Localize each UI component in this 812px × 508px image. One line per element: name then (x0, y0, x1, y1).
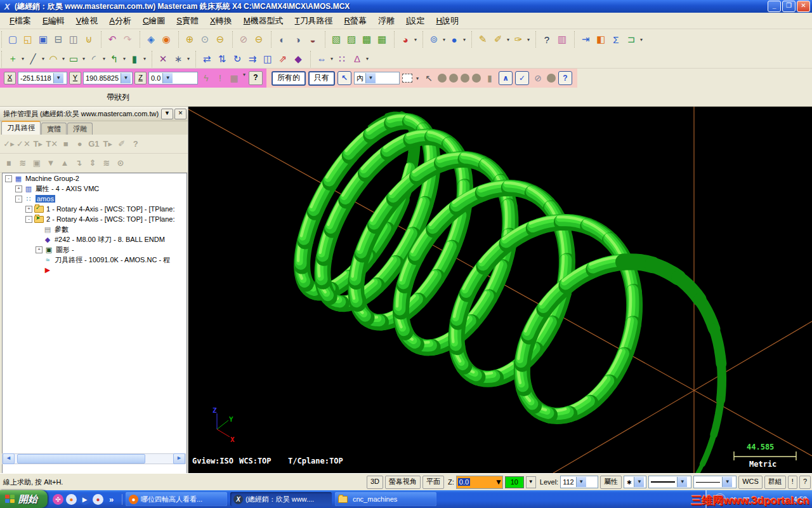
blank-entity-icon[interactable]: ◑ (291, 32, 304, 46)
x-combo-arrow-icon[interactable]: ▼ (53, 73, 63, 83)
delete-entities-icon[interactable]: ⊍ (82, 32, 96, 46)
y-coord-button[interactable]: Y (69, 72, 81, 84)
create-polyline-icon-dropdown[interactable]: ▾ (122, 56, 127, 62)
z-combo-arrow-icon[interactable]: ▼ (162, 73, 173, 83)
menu-item-浮雕[interactable]: 浮雕 (372, 14, 400, 28)
shaded-sphere-icon[interactable]: ● (447, 32, 461, 46)
menu-item-V[interactable]: V檢視 (70, 14, 104, 28)
shading-icon-dropdown[interactable]: ▾ (413, 37, 418, 43)
tree-row[interactable]: -▦Machine Group-2 (3, 173, 187, 184)
scrollbar-thumb[interactable] (17, 454, 145, 464)
line-style-combo[interactable]: ▼ (648, 476, 691, 488)
select-last-icon[interactable]: ∧ (499, 71, 513, 85)
taskbar-task-firefox-task-icon[interactable]: ●哪位四軸高人看看... (126, 492, 227, 506)
menu-item-R[interactable]: R螢幕 (339, 14, 372, 28)
regen-all-icon[interactable]: T▸ (32, 138, 44, 150)
xform-copy-icon[interactable]: ⇅ (215, 52, 229, 66)
z-coord-button[interactable]: Z (134, 72, 147, 84)
wcs-button[interactable]: WCS (738, 476, 763, 489)
geometry-select-icon[interactable]: ⊙ (114, 157, 127, 170)
unzoom-80-icon[interactable]: ⊖ (252, 32, 266, 46)
groups-button[interactable]: 群組 (764, 476, 786, 489)
x-coord-input[interactable]: -251.5118▼ (18, 72, 67, 84)
fit-between-icon[interactable]: ⇔ (315, 52, 329, 66)
lock-posting-icon[interactable]: ▣ (30, 157, 43, 170)
xform-translate-icon[interactable]: ⇄ (200, 52, 214, 66)
line-width-arrow-icon[interactable]: ▼ (722, 477, 732, 487)
edit-feed-icon[interactable]: ✐ (115, 138, 128, 150)
zoom-window-icon[interactable]: ⊕ (183, 32, 197, 46)
cursor-fan-icon-dropdown[interactable]: ▾ (242, 72, 247, 84)
create-rectangle-icon[interactable]: ▭ (67, 52, 81, 66)
expand-plus-icon[interactable]: + (25, 206, 32, 213)
statusbar-button-螢幕視角[interactable]: 螢幕視角 (385, 476, 421, 489)
current-color-swatch[interactable]: 10 (505, 476, 524, 488)
fit-between-icon-dropdown[interactable]: ▾ (329, 56, 334, 62)
point-style-arrow-icon[interactable]: ▼ (634, 477, 644, 487)
redo-icon[interactable]: ↷ (121, 32, 134, 46)
lock-op-icon[interactable]: ∎ (3, 157, 15, 170)
regen-dirty-icon[interactable]: T✕ (46, 138, 58, 150)
tab-刀具路徑[interactable]: 刀具路徑 (1, 121, 41, 135)
post-selected-icon[interactable]: T▸ (102, 138, 114, 150)
repaint-icon[interactable]: ◐ (275, 32, 289, 46)
level-arrow-icon[interactable]: ▼ (576, 477, 586, 487)
y-combo-arrow-icon[interactable]: ▼ (121, 73, 131, 83)
create-cylinder-icon-dropdown[interactable]: ▾ (142, 56, 147, 62)
tray-display-icon[interactable]: ▤ (742, 495, 751, 504)
join-entities-icon[interactable]: ∗ (171, 52, 185, 66)
select-window-icon[interactable] (402, 74, 412, 83)
restore-pencil-icon-dropdown[interactable]: ▾ (526, 37, 531, 43)
select-cursor-button[interactable]: ↖ (337, 71, 351, 85)
xform-mirror-icon[interactable]: ◫ (261, 52, 275, 66)
expand-plus-icon[interactable]: + (15, 185, 22, 192)
statusbar-help-button[interactable]: ? (799, 476, 811, 489)
tree-row[interactable]: -∷amos (3, 194, 187, 204)
analyze-position-icon[interactable]: ? (540, 32, 554, 46)
create-point-icon[interactable]: ＋ (6, 52, 20, 66)
statusbar-button-平面[interactable]: 平面 (422, 476, 444, 489)
expand-plus-icon[interactable]: + (36, 246, 43, 253)
tray-antivirus-icon[interactable]: ● (780, 495, 789, 504)
pan-icon[interactable]: ◈ (144, 32, 158, 46)
post-g1-icon[interactable]: G1 (88, 138, 100, 150)
note-icon-dropdown[interactable]: ▾ (365, 56, 370, 62)
select-in-combo[interactable]: 內▼ (354, 72, 400, 84)
menu-item-M[interactable]: M機器型式 (238, 14, 289, 28)
point-style-combo[interactable]: ∗▼ (624, 476, 646, 488)
verify-icon[interactable]: ● (74, 138, 86, 150)
create-arc-icon-dropdown[interactable]: ▾ (61, 56, 66, 62)
collapse-minus-icon[interactable]: - (15, 196, 22, 203)
xform-project-icon[interactable]: ◆ (291, 52, 305, 66)
zoom-out-icon[interactable]: ⊖ (213, 32, 227, 46)
erase-multi-icon[interactable]: ✐ (491, 32, 505, 46)
trim-break-icon[interactable]: ✕ (156, 52, 170, 66)
menu-item-X[interactable]: X轉換 (204, 14, 238, 28)
shaded-sphere-icon-dropdown[interactable]: ▾ (462, 37, 467, 43)
scroll-ops-icon[interactable]: ⇕ (86, 157, 99, 170)
menu-item-T[interactable]: T刀具路徑 (289, 14, 339, 28)
wireframe-globe-icon-dropdown[interactable]: ▾ (442, 37, 447, 43)
select-arrow-icon[interactable]: ↖ (422, 72, 435, 84)
tab-浮雕[interactable]: 浮雕 (67, 123, 93, 135)
xform-rotate-icon[interactable]: ↻ (230, 52, 244, 66)
scroll-left-arrow-icon[interactable]: ◄ (3, 453, 15, 464)
tree-row[interactable]: +▣圖形 - (3, 244, 187, 255)
zoom-target-icon[interactable]: ⊙ (198, 32, 212, 46)
attributes-button[interactable]: 屬性 (600, 476, 622, 489)
xform-offset-icon[interactable]: ⇉ (246, 52, 259, 66)
analyze-chain-icon[interactable]: ⊐ (624, 32, 638, 46)
menu-item-S[interactable]: S實體 (171, 14, 204, 28)
note-icon[interactable]: Δ (350, 52, 364, 66)
hide-toolpath-icon[interactable]: ≋ (100, 157, 113, 170)
create-polyline-icon[interactable]: ↰ (107, 52, 121, 66)
tree-row[interactable]: ▤參數 (3, 224, 187, 234)
create-fillet-icon-dropdown[interactable]: ▾ (102, 56, 107, 62)
line-width-combo[interactable]: ▼ (693, 476, 737, 488)
save-icon[interactable]: ▣ (36, 32, 50, 46)
tab-實體[interactable]: 實體 (41, 123, 67, 135)
gview-iso-icon[interactable]: ▧ (329, 32, 343, 46)
shading-icon[interactable]: ◕ (398, 32, 412, 46)
gview-side-icon[interactable]: ▩ (360, 32, 374, 46)
analyze-stats-icon[interactable]: Σ (609, 32, 623, 46)
